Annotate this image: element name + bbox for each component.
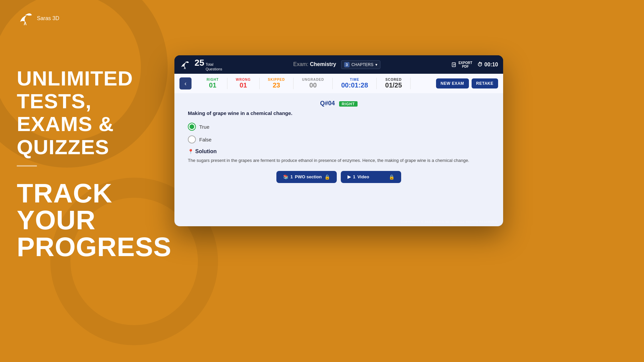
questions-label: Total Questions: [206, 62, 222, 71]
content-area: Q#04 RIGHT Making of grape wine in a che…: [174, 93, 503, 226]
exam-title: Exam: Chemistry 3 CHAPTERS ▾: [227, 60, 446, 69]
back-button[interactable]: ‹: [179, 77, 192, 89]
subheadline-line1: TRACK YOUR: [17, 180, 178, 234]
questions-number: 25: [195, 58, 204, 68]
chapters-dropdown2[interactable]: 3 CHAPTERS ▾: [341, 60, 380, 69]
retake-button[interactable]: RETAKE: [472, 78, 498, 88]
question-text: Making of grape wine in a chemical chang…: [188, 110, 490, 116]
radio-inner-true: [190, 124, 194, 129]
wrong-value: 01: [239, 81, 247, 89]
headline-line1: UNLIMITED TESTS,: [17, 67, 178, 113]
question-id: Q#04: [320, 100, 335, 107]
solution-pin-icon: 📍: [188, 149, 194, 154]
app-inner: 25 Total Questions Exam: Chemistry 3 CHA…: [174, 55, 503, 226]
question-header: Q#04 RIGHT: [188, 100, 490, 107]
timer-display: ⏱ 00:10: [477, 62, 498, 68]
brand-name: Saras 3D: [37, 15, 59, 21]
exam-name2: Chemistry: [310, 61, 336, 67]
stats-bar: ‹ RIGHT 01 WRONG 01 SKIPPED 23 UNGRADED …: [174, 74, 503, 93]
skipped-label: SKIPPED: [268, 78, 285, 81]
chapters-text2: CHAPTERS: [352, 62, 373, 67]
app-window: 25 Total Questions Exam: Chemistry 3 CHA…: [174, 55, 503, 226]
copyright-notice: COPYRIGHT © 2022 SARAS-3D, INC. ALL RIGH…: [401, 220, 498, 224]
video-count: 1: [353, 174, 355, 179]
wrong-label: WRONG: [236, 78, 251, 81]
new-exam-button[interactable]: NEW EXAM: [436, 78, 469, 88]
video-inner: ▶ 1 Video: [347, 174, 369, 179]
pwo-count: 1: [290, 174, 293, 179]
pwo-label: PWO section: [295, 174, 322, 179]
headline-divider: [17, 165, 37, 167]
right-label: RIGHT: [207, 78, 219, 81]
pwo-icon: 📚: [283, 174, 288, 179]
option-true-label: True: [199, 124, 209, 130]
skipped-value: 23: [273, 81, 280, 89]
stats-actions: NEW EXAM RETAKE: [436, 78, 498, 88]
exam-label2: Exam:: [293, 61, 310, 67]
time-value: 00:01:28: [341, 81, 368, 89]
scored-label: SCORED: [385, 78, 402, 81]
option-true-row[interactable]: True: [188, 123, 490, 131]
headline-line2: EXAMS & QUIZZES: [17, 113, 178, 158]
subheadline-line2: PROGRESS: [17, 234, 178, 260]
solution-title-text: Solution: [195, 148, 217, 155]
ungraded-label: UNGRADED: [302, 78, 324, 81]
option-false-radio[interactable]: [188, 135, 196, 143]
option-false-row[interactable]: False: [188, 135, 490, 143]
stat-wrong: WRONG 01: [227, 78, 259, 89]
video-label: Video: [357, 174, 369, 179]
video-play-icon: ▶: [347, 174, 351, 179]
export-pdf-icon: [451, 62, 457, 67]
chapters-count2: 3: [344, 62, 350, 67]
pwo-section-inner: 📚 1 PWO section: [283, 174, 322, 179]
timer-value: 00:10: [484, 62, 498, 68]
svg-line-3: [185, 67, 185, 69]
questions-sublabel: Questions: [206, 67, 222, 71]
resource-buttons: 📚 1 PWO section 🔒 ▶ 1 Video 🔒: [188, 171, 490, 183]
video-button[interactable]: ▶ 1 Video 🔒: [341, 171, 401, 183]
left-panel: Saras 3D UNLIMITED TESTS, EXAMS & QUIZZE…: [17, 0, 178, 362]
pwo-section-button[interactable]: 📚 1 PWO section 🔒: [276, 171, 337, 183]
svg-line-1: [25, 22, 26, 25]
stat-ungraded: UNGRADED 00: [293, 78, 333, 89]
stat-scored: SCORED 01/25: [377, 78, 411, 89]
headline: UNLIMITED TESTS, EXAMS & QUIZZES: [17, 67, 178, 159]
option-false-label: False: [199, 137, 212, 142]
brand-logo-icon: [17, 10, 34, 27]
export-button[interactable]: EXPORT PDF: [451, 61, 472, 68]
pwo-lock-icon: 🔒: [324, 174, 330, 180]
stat-right: RIGHT 01: [198, 78, 227, 89]
stat-skipped: SKIPPED 23: [260, 78, 294, 89]
right-value: 01: [209, 81, 216, 89]
time-label: TIME: [350, 78, 359, 81]
video-lock-icon: 🔒: [389, 174, 394, 180]
ungraded-value: 00: [309, 81, 317, 89]
dropdown-arrow2: ▾: [375, 62, 377, 67]
option-true-radio[interactable]: [188, 123, 196, 131]
timer-icon: ⏱: [477, 62, 483, 68]
app-header: 25 Total Questions Exam: Chemistry 3 CHA…: [174, 55, 503, 74]
export-label: EXPORT: [459, 61, 472, 65]
question-status-badge: RIGHT: [339, 101, 358, 107]
solution-title: 📍 Solution: [188, 148, 490, 155]
scored-value: 01/25: [385, 81, 402, 89]
stat-time: TIME 00:01:28: [333, 78, 377, 89]
total-label: Total: [206, 62, 222, 67]
questions-count: 25 Total Questions: [195, 58, 222, 71]
subheadline: TRACK YOUR PROGRESS: [17, 180, 178, 260]
solution-text: The sugars present in the grapes are fer…: [188, 157, 490, 164]
logo-area: Saras 3D: [17, 10, 178, 27]
app-logo-icon: [179, 60, 190, 70]
solution-section: 📍 Solution The sugars present in the gra…: [188, 148, 490, 164]
export-pdf-label: PDF: [459, 65, 472, 68]
